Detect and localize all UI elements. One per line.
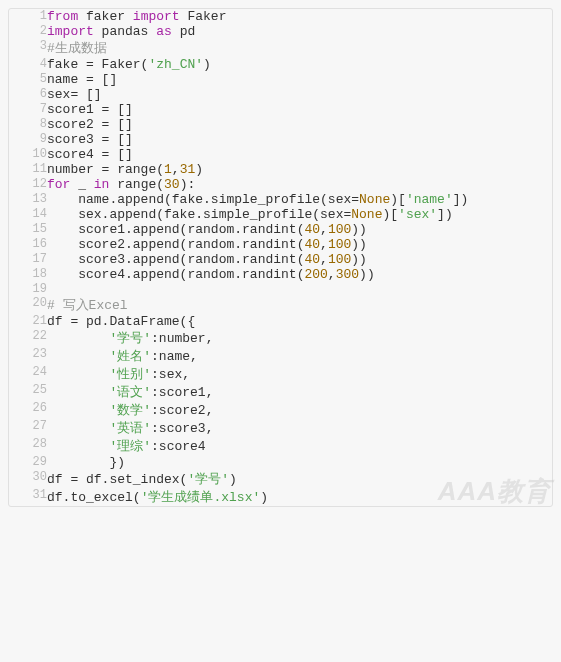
- line-number: 6: [9, 87, 47, 102]
- code-line: 20# 写入Excel: [9, 296, 552, 314]
- code-line: 10score4 = []: [9, 147, 552, 162]
- code-line: 24 '性别':sex,: [9, 365, 552, 383]
- line-content: name.append(fake.simple_profile(sex=None…: [47, 192, 552, 207]
- line-number: 9: [9, 132, 47, 147]
- line-number: 29: [9, 455, 47, 470]
- line-content: fake = Faker('zh_CN'): [47, 57, 552, 72]
- line-content: # 写入Excel: [47, 296, 552, 314]
- line-number: 31: [9, 488, 47, 506]
- line-content: number = range(1,31): [47, 162, 552, 177]
- line-content: [47, 282, 552, 296]
- line-content: df = pd.DataFrame({: [47, 314, 552, 329]
- line-number: 24: [9, 365, 47, 383]
- line-content: }): [47, 455, 552, 470]
- code-line: 15 score1.append(random.randint(40,100)): [9, 222, 552, 237]
- line-content: #生成数据: [47, 39, 552, 57]
- watermark: AAA教育: [438, 474, 551, 509]
- line-content: score1 = []: [47, 102, 552, 117]
- line-content: score2 = []: [47, 117, 552, 132]
- code-line: 22 '学号':number,: [9, 329, 552, 347]
- code-line: 16 score2.append(random.randint(40,100)): [9, 237, 552, 252]
- code-line: 3#生成数据: [9, 39, 552, 57]
- line-number: 21: [9, 314, 47, 329]
- code-table: 1from faker import Faker2import pandas a…: [9, 9, 552, 506]
- code-line: 7score1 = []: [9, 102, 552, 117]
- line-content: import pandas as pd: [47, 24, 552, 39]
- line-number: 14: [9, 207, 47, 222]
- code-line: 17 score3.append(random.randint(40,100)): [9, 252, 552, 267]
- line-number: 25: [9, 383, 47, 401]
- code-line: 29 }): [9, 455, 552, 470]
- line-content: sex= []: [47, 87, 552, 102]
- line-number: 23: [9, 347, 47, 365]
- line-content: score3.append(random.randint(40,100)): [47, 252, 552, 267]
- line-number: 20: [9, 296, 47, 314]
- code-line: 8score2 = []: [9, 117, 552, 132]
- line-number: 11: [9, 162, 47, 177]
- code-line: 21df = pd.DataFrame({: [9, 314, 552, 329]
- code-line: 6sex= []: [9, 87, 552, 102]
- line-number: 2: [9, 24, 47, 39]
- code-block: 1from faker import Faker2import pandas a…: [8, 8, 553, 507]
- line-content: score1.append(random.randint(40,100)): [47, 222, 552, 237]
- code-line: 28 '理综':score4: [9, 437, 552, 455]
- line-content: '语文':score1,: [47, 383, 552, 401]
- code-line: 27 '英语':score3,: [9, 419, 552, 437]
- code-line: 25 '语文':score1,: [9, 383, 552, 401]
- line-content: '姓名':name,: [47, 347, 552, 365]
- line-content: score4.append(random.randint(200,300)): [47, 267, 552, 282]
- code-line: 26 '数学':score2,: [9, 401, 552, 419]
- line-content: score4 = []: [47, 147, 552, 162]
- code-line: 23 '姓名':name,: [9, 347, 552, 365]
- code-line: 13 name.append(fake.simple_profile(sex=N…: [9, 192, 552, 207]
- code-line: 12for _ in range(30):: [9, 177, 552, 192]
- code-line: 19: [9, 282, 552, 296]
- line-content: '学号':number,: [47, 329, 552, 347]
- code-line: 14 sex.append(fake.simple_profile(sex=No…: [9, 207, 552, 222]
- line-number: 17: [9, 252, 47, 267]
- line-number: 16: [9, 237, 47, 252]
- line-number: 26: [9, 401, 47, 419]
- code-line: 1from faker import Faker: [9, 9, 552, 24]
- line-number: 7: [9, 102, 47, 117]
- code-line: 18 score4.append(random.randint(200,300)…: [9, 267, 552, 282]
- code-line: 11number = range(1,31): [9, 162, 552, 177]
- line-content: '数学':score2,: [47, 401, 552, 419]
- line-number: 28: [9, 437, 47, 455]
- line-content: '性别':sex,: [47, 365, 552, 383]
- line-number: 12: [9, 177, 47, 192]
- code-line: 2import pandas as pd: [9, 24, 552, 39]
- line-content: score3 = []: [47, 132, 552, 147]
- line-number: 15: [9, 222, 47, 237]
- line-number: 3: [9, 39, 47, 57]
- line-number: 19: [9, 282, 47, 296]
- line-number: 5: [9, 72, 47, 87]
- line-number: 27: [9, 419, 47, 437]
- line-content: '理综':score4: [47, 437, 552, 455]
- line-content: sex.append(fake.simple_profile(sex=None)…: [47, 207, 552, 222]
- code-line: 9score3 = []: [9, 132, 552, 147]
- line-content: score2.append(random.randint(40,100)): [47, 237, 552, 252]
- line-content: from faker import Faker: [47, 9, 552, 24]
- line-content: name = []: [47, 72, 552, 87]
- line-number: 10: [9, 147, 47, 162]
- line-number: 1: [9, 9, 47, 24]
- line-content: '英语':score3,: [47, 419, 552, 437]
- line-number: 18: [9, 267, 47, 282]
- line-number: 4: [9, 57, 47, 72]
- code-line: 4fake = Faker('zh_CN'): [9, 57, 552, 72]
- line-content: for _ in range(30):: [47, 177, 552, 192]
- line-number: 22: [9, 329, 47, 347]
- line-number: 13: [9, 192, 47, 207]
- line-number: 30: [9, 470, 47, 488]
- line-number: 8: [9, 117, 47, 132]
- code-line: 5name = []: [9, 72, 552, 87]
